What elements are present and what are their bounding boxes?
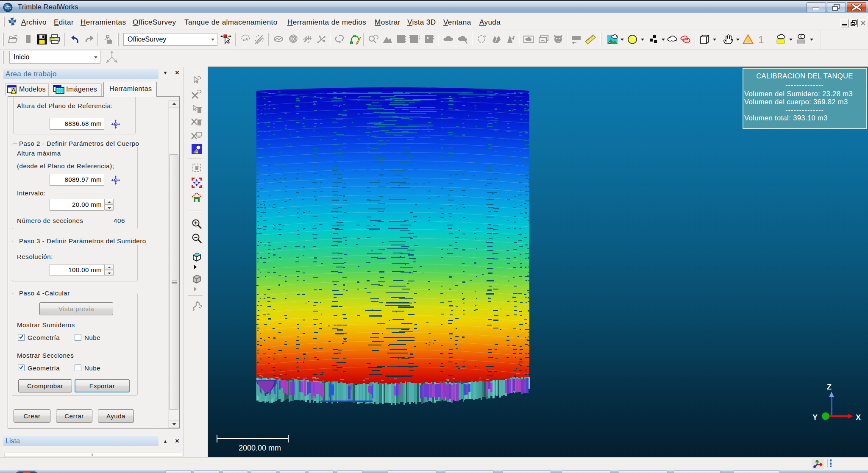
svg-text:X: X xyxy=(856,413,861,422)
svg-text:Z: Z xyxy=(827,383,832,391)
svg-text:2000.00 mm: 2000.00 mm xyxy=(239,444,281,452)
svg-text:Y: Y xyxy=(812,413,818,422)
